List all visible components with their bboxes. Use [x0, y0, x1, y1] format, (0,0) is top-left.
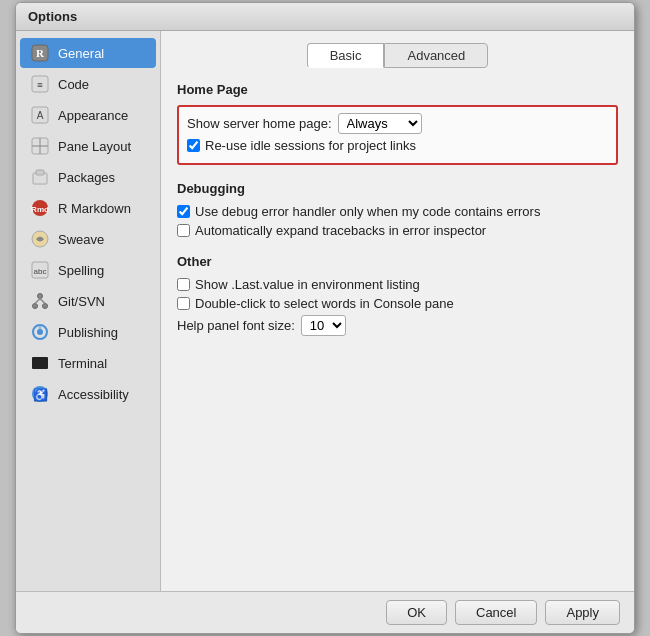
sidebar-item-accessibility[interactable]: ♿Accessibility: [20, 379, 156, 409]
sidebar-label-git-svn: Git/SVN: [58, 294, 105, 309]
sidebar-item-pane-layout[interactable]: Pane Layout: [20, 131, 156, 161]
home-page-section: Home Page Show server home page: Always …: [177, 82, 618, 165]
other-section: Other Show .Last.value in environment li…: [177, 254, 618, 336]
sidebar-label-accessibility: Accessibility: [58, 387, 129, 402]
sidebar-label-packages: Packages: [58, 170, 115, 185]
pane-layout-icon: [30, 136, 50, 156]
sidebar-label-code: Code: [58, 77, 89, 92]
svg-point-16: [38, 294, 43, 299]
home-page-title: Home Page: [177, 82, 618, 97]
use-debug-row: Use debug error handler only when my cod…: [177, 204, 618, 219]
publishing-icon: [30, 322, 50, 342]
help-font-select[interactable]: 9 10 11 12 14: [301, 315, 346, 336]
sidebar: RGeneral≡CodeAAppearancePane LayoutPacka…: [16, 31, 161, 591]
help-font-label: Help panel font size:: [177, 318, 295, 333]
svg-line-19: [35, 299, 40, 304]
home-page-highlight-box: Show server home page: Always Never Firs…: [177, 105, 618, 165]
svg-rect-23: [32, 357, 48, 369]
use-debug-checkbox[interactable]: [177, 205, 190, 218]
sidebar-label-r-markdown: R Markdown: [58, 201, 131, 216]
sidebar-label-appearance: Appearance: [58, 108, 128, 123]
show-last-value-row: Show .Last.value in environment listing: [177, 277, 618, 292]
svg-text:R: R: [36, 47, 45, 59]
packages-icon: [30, 167, 50, 187]
cancel-button[interactable]: Cancel: [455, 600, 537, 625]
dialog-footer: OK Cancel Apply: [16, 591, 634, 633]
svg-text:A: A: [37, 110, 44, 121]
sidebar-item-terminal[interactable]: Terminal: [20, 348, 156, 378]
dialog-title: Options: [28, 9, 77, 24]
main-content: Basic Advanced Home Page Show server hom…: [161, 31, 634, 591]
debugging-section: Debugging Use debug error handler only w…: [177, 181, 618, 238]
sidebar-item-appearance[interactable]: AAppearance: [20, 100, 156, 130]
sidebar-item-code[interactable]: ≡Code: [20, 69, 156, 99]
auto-expand-checkbox[interactable]: [177, 224, 190, 237]
sidebar-label-terminal: Terminal: [58, 356, 107, 371]
dialog-body: RGeneral≡CodeAAppearancePane LayoutPacka…: [16, 31, 634, 591]
other-title: Other: [177, 254, 618, 269]
svg-text:≡: ≡: [37, 80, 43, 90]
auto-expand-row: Automatically expand tracebacks in error…: [177, 223, 618, 238]
svg-text:Rmd: Rmd: [31, 205, 49, 214]
svg-point-18: [43, 304, 48, 309]
svg-line-20: [40, 299, 45, 304]
general-icon: R: [30, 43, 50, 63]
reuse-idle-row: Re-use idle sessions for project links: [187, 138, 608, 153]
sidebar-label-general: General: [58, 46, 104, 61]
sidebar-item-packages[interactable]: Packages: [20, 162, 156, 192]
sidebar-item-sweave[interactable]: Sweave: [20, 224, 156, 254]
sidebar-label-spelling: Spelling: [58, 263, 104, 278]
tab-advanced[interactable]: Advanced: [384, 43, 488, 68]
tab-bar: Basic Advanced: [177, 43, 618, 68]
ok-button[interactable]: OK: [386, 600, 447, 625]
show-server-label: Show server home page:: [187, 116, 332, 131]
debugging-title: Debugging: [177, 181, 618, 196]
double-click-row: Double-click to select words in Console …: [177, 296, 618, 311]
auto-expand-label: Automatically expand tracebacks in error…: [195, 223, 486, 238]
sidebar-item-spelling[interactable]: abcSpelling: [20, 255, 156, 285]
terminal-icon: [30, 353, 50, 373]
double-click-label: Double-click to select words in Console …: [195, 296, 454, 311]
use-debug-label: Use debug error handler only when my cod…: [195, 204, 540, 219]
r-markdown-icon: Rmd: [30, 198, 50, 218]
sidebar-label-pane-layout: Pane Layout: [58, 139, 131, 154]
options-dialog: Options RGeneral≡CodeAAppearancePane Lay…: [15, 2, 635, 634]
show-server-select[interactable]: Always Never First time: [338, 113, 422, 134]
sweave-icon: [30, 229, 50, 249]
svg-text:♿: ♿: [33, 387, 48, 402]
svg-text:abc: abc: [34, 267, 47, 276]
spelling-icon: abc: [30, 260, 50, 280]
reuse-idle-checkbox[interactable]: [187, 139, 200, 152]
help-font-row: Help panel font size: 9 10 11 12 14: [177, 315, 618, 336]
show-last-value-checkbox[interactable]: [177, 278, 190, 291]
svg-point-17: [33, 304, 38, 309]
svg-rect-10: [36, 170, 44, 175]
dialog-titlebar: Options: [16, 3, 634, 31]
show-server-row: Show server home page: Always Never Firs…: [187, 113, 608, 134]
double-click-checkbox[interactable]: [177, 297, 190, 310]
reuse-idle-label: Re-use idle sessions for project links: [205, 138, 416, 153]
accessibility-icon: ♿: [30, 384, 50, 404]
sidebar-label-publishing: Publishing: [58, 325, 118, 340]
apply-button[interactable]: Apply: [545, 600, 620, 625]
sidebar-item-git-svn[interactable]: Git/SVN: [20, 286, 156, 316]
code-icon: ≡: [30, 74, 50, 94]
sidebar-label-sweave: Sweave: [58, 232, 104, 247]
tab-basic[interactable]: Basic: [307, 43, 385, 68]
sidebar-item-general[interactable]: RGeneral: [20, 38, 156, 68]
sidebar-item-r-markdown[interactable]: RmdR Markdown: [20, 193, 156, 223]
appearance-icon: A: [30, 105, 50, 125]
show-last-value-label: Show .Last.value in environment listing: [195, 277, 420, 292]
sidebar-item-publishing[interactable]: Publishing: [20, 317, 156, 347]
git-svn-icon: [30, 291, 50, 311]
